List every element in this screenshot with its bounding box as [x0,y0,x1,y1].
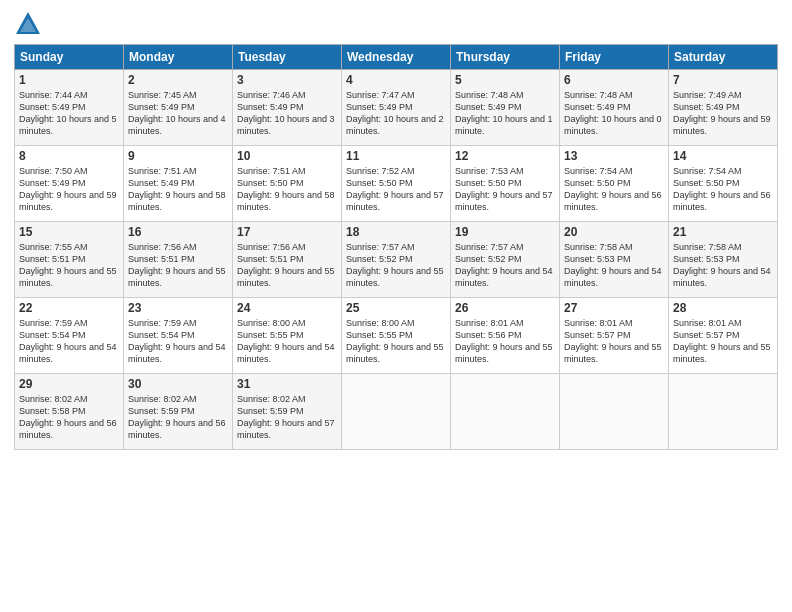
col-header-sunday: Sunday [15,45,124,70]
calendar-cell: 24Sunrise: 8:00 AMSunset: 5:55 PMDayligh… [233,298,342,374]
day-info: Sunrise: 8:01 AMSunset: 5:56 PMDaylight:… [455,317,555,366]
day-number: 18 [346,225,446,239]
day-info: Sunrise: 8:01 AMSunset: 5:57 PMDaylight:… [673,317,773,366]
col-header-saturday: Saturday [669,45,778,70]
week-row-4: 22Sunrise: 7:59 AMSunset: 5:54 PMDayligh… [15,298,778,374]
day-info: Sunrise: 7:56 AMSunset: 5:51 PMDaylight:… [128,241,228,290]
col-header-friday: Friday [560,45,669,70]
calendar-cell: 27Sunrise: 8:01 AMSunset: 5:57 PMDayligh… [560,298,669,374]
calendar-cell: 26Sunrise: 8:01 AMSunset: 5:56 PMDayligh… [451,298,560,374]
day-number: 11 [346,149,446,163]
calendar-cell: 6Sunrise: 7:48 AMSunset: 5:49 PMDaylight… [560,70,669,146]
week-row-5: 29Sunrise: 8:02 AMSunset: 5:58 PMDayligh… [15,374,778,450]
calendar-cell: 17Sunrise: 7:56 AMSunset: 5:51 PMDayligh… [233,222,342,298]
calendar-table: SundayMondayTuesdayWednesdayThursdayFrid… [14,44,778,450]
day-number: 30 [128,377,228,391]
day-info: Sunrise: 7:56 AMSunset: 5:51 PMDaylight:… [237,241,337,290]
calendar-cell: 3Sunrise: 7:46 AMSunset: 5:49 PMDaylight… [233,70,342,146]
day-info: Sunrise: 8:02 AMSunset: 5:58 PMDaylight:… [19,393,119,442]
day-number: 3 [237,73,337,87]
calendar-cell: 23Sunrise: 7:59 AMSunset: 5:54 PMDayligh… [124,298,233,374]
day-info: Sunrise: 7:57 AMSunset: 5:52 PMDaylight:… [455,241,555,290]
header [14,10,778,38]
day-info: Sunrise: 7:58 AMSunset: 5:53 PMDaylight:… [673,241,773,290]
day-info: Sunrise: 7:51 AMSunset: 5:49 PMDaylight:… [128,165,228,214]
day-number: 25 [346,301,446,315]
logo-icon [14,10,42,38]
calendar-cell: 21Sunrise: 7:58 AMSunset: 5:53 PMDayligh… [669,222,778,298]
day-number: 9 [128,149,228,163]
day-info: Sunrise: 7:51 AMSunset: 5:50 PMDaylight:… [237,165,337,214]
week-row-3: 15Sunrise: 7:55 AMSunset: 5:51 PMDayligh… [15,222,778,298]
calendar-cell: 12Sunrise: 7:53 AMSunset: 5:50 PMDayligh… [451,146,560,222]
day-number: 24 [237,301,337,315]
day-number: 28 [673,301,773,315]
calendar-cell: 14Sunrise: 7:54 AMSunset: 5:50 PMDayligh… [669,146,778,222]
calendar-cell: 29Sunrise: 8:02 AMSunset: 5:58 PMDayligh… [15,374,124,450]
calendar-cell: 1Sunrise: 7:44 AMSunset: 5:49 PMDaylight… [15,70,124,146]
day-info: Sunrise: 7:50 AMSunset: 5:49 PMDaylight:… [19,165,119,214]
day-info: Sunrise: 7:55 AMSunset: 5:51 PMDaylight:… [19,241,119,290]
week-row-1: 1Sunrise: 7:44 AMSunset: 5:49 PMDaylight… [15,70,778,146]
day-info: Sunrise: 8:01 AMSunset: 5:57 PMDaylight:… [564,317,664,366]
day-info: Sunrise: 7:47 AMSunset: 5:49 PMDaylight:… [346,89,446,138]
calendar-cell: 15Sunrise: 7:55 AMSunset: 5:51 PMDayligh… [15,222,124,298]
day-number: 4 [346,73,446,87]
day-number: 1 [19,73,119,87]
calendar-cell: 8Sunrise: 7:50 AMSunset: 5:49 PMDaylight… [15,146,124,222]
day-number: 14 [673,149,773,163]
day-number: 19 [455,225,555,239]
calendar-cell: 13Sunrise: 7:54 AMSunset: 5:50 PMDayligh… [560,146,669,222]
day-info: Sunrise: 7:57 AMSunset: 5:52 PMDaylight:… [346,241,446,290]
logo [14,10,46,38]
day-info: Sunrise: 8:02 AMSunset: 5:59 PMDaylight:… [237,393,337,442]
col-header-tuesday: Tuesday [233,45,342,70]
day-info: Sunrise: 7:45 AMSunset: 5:49 PMDaylight:… [128,89,228,138]
calendar-cell: 28Sunrise: 8:01 AMSunset: 5:57 PMDayligh… [669,298,778,374]
day-number: 31 [237,377,337,391]
calendar-cell: 25Sunrise: 8:00 AMSunset: 5:55 PMDayligh… [342,298,451,374]
day-number: 2 [128,73,228,87]
week-row-2: 8Sunrise: 7:50 AMSunset: 5:49 PMDaylight… [15,146,778,222]
day-info: Sunrise: 7:48 AMSunset: 5:49 PMDaylight:… [455,89,555,138]
day-number: 6 [564,73,664,87]
day-info: Sunrise: 7:52 AMSunset: 5:50 PMDaylight:… [346,165,446,214]
day-info: Sunrise: 7:49 AMSunset: 5:49 PMDaylight:… [673,89,773,138]
calendar-cell: 20Sunrise: 7:58 AMSunset: 5:53 PMDayligh… [560,222,669,298]
day-number: 5 [455,73,555,87]
calendar-cell: 16Sunrise: 7:56 AMSunset: 5:51 PMDayligh… [124,222,233,298]
calendar-cell: 2Sunrise: 7:45 AMSunset: 5:49 PMDaylight… [124,70,233,146]
calendar-cell: 5Sunrise: 7:48 AMSunset: 5:49 PMDaylight… [451,70,560,146]
calendar-cell: 22Sunrise: 7:59 AMSunset: 5:54 PMDayligh… [15,298,124,374]
day-number: 17 [237,225,337,239]
day-number: 23 [128,301,228,315]
calendar-cell: 31Sunrise: 8:02 AMSunset: 5:59 PMDayligh… [233,374,342,450]
day-number: 7 [673,73,773,87]
day-info: Sunrise: 7:58 AMSunset: 5:53 PMDaylight:… [564,241,664,290]
day-number: 26 [455,301,555,315]
header-row: SundayMondayTuesdayWednesdayThursdayFrid… [15,45,778,70]
day-number: 21 [673,225,773,239]
calendar-container: SundayMondayTuesdayWednesdayThursdayFrid… [0,0,792,612]
day-number: 10 [237,149,337,163]
calendar-cell: 18Sunrise: 7:57 AMSunset: 5:52 PMDayligh… [342,222,451,298]
day-info: Sunrise: 8:00 AMSunset: 5:55 PMDaylight:… [346,317,446,366]
day-number: 27 [564,301,664,315]
day-info: Sunrise: 7:54 AMSunset: 5:50 PMDaylight:… [564,165,664,214]
day-info: Sunrise: 7:59 AMSunset: 5:54 PMDaylight:… [19,317,119,366]
day-info: Sunrise: 7:48 AMSunset: 5:49 PMDaylight:… [564,89,664,138]
calendar-cell: 30Sunrise: 8:02 AMSunset: 5:59 PMDayligh… [124,374,233,450]
calendar-cell [342,374,451,450]
day-info: Sunrise: 7:54 AMSunset: 5:50 PMDaylight:… [673,165,773,214]
day-number: 16 [128,225,228,239]
day-number: 15 [19,225,119,239]
day-info: Sunrise: 7:53 AMSunset: 5:50 PMDaylight:… [455,165,555,214]
day-number: 8 [19,149,119,163]
calendar-cell: 19Sunrise: 7:57 AMSunset: 5:52 PMDayligh… [451,222,560,298]
calendar-cell: 4Sunrise: 7:47 AMSunset: 5:49 PMDaylight… [342,70,451,146]
col-header-monday: Monday [124,45,233,70]
day-number: 22 [19,301,119,315]
day-info: Sunrise: 8:02 AMSunset: 5:59 PMDaylight:… [128,393,228,442]
day-number: 29 [19,377,119,391]
calendar-cell [560,374,669,450]
